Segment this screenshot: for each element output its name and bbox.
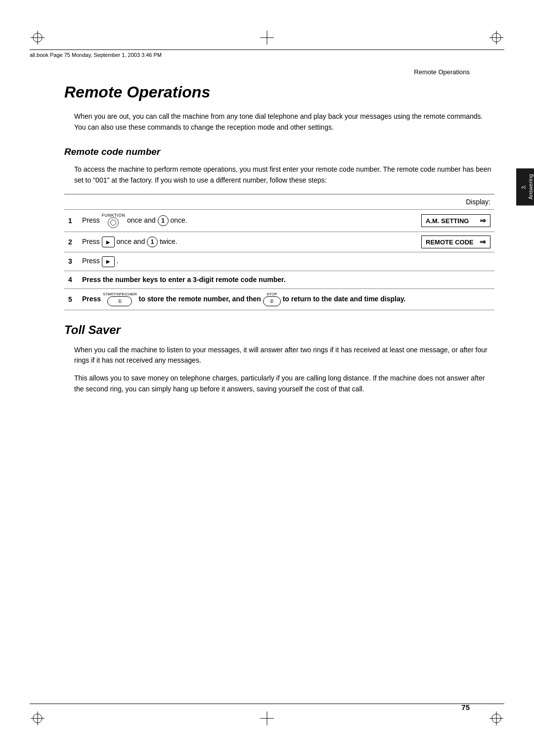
step-1-content: Press FUNKTION once and 1 once. [78,209,326,232]
display-arrow-2: ⇒ [480,237,486,246]
header-line: all.book Page 75 Monday, September 1, 20… [30,49,504,58]
display-text-2: REMOTE CODE [426,238,474,246]
step-5-content: Press START/SPEICHER ① to store the remo… [78,288,494,310]
toll-saver-heading: Toll Saver [64,323,494,337]
chapter-tab: 3. Answering Machine [516,168,534,205]
step-row-5: 5 Press START/SPEICHER ① to store the re… [64,288,494,310]
step-3-content: Press ► . [78,252,494,271]
step-num-2: 2 [64,232,78,252]
number-1-button: 1 [158,215,169,226]
remote-code-intro: To access the machine to perform remote … [74,164,494,186]
display-box-1: A.M. SETTING ⇒ [421,214,490,227]
main-heading: Remote Operations [64,83,494,101]
display-header-row: Display: [64,194,494,209]
step-1-display: A.M. SETTING ⇒ [326,209,494,232]
reg-mark-top-left [31,31,44,45]
toll-saver-para-1: When you call the machine to listen to y… [74,345,494,366]
step-num-3: 3 [64,252,78,271]
steps-table: Display: 1 Press FUNKTION once and 1 onc… [64,194,494,310]
toll-saver-para-2: This allows you to save money on telepho… [74,373,494,394]
reg-mark-bottom-left [31,711,44,725]
reg-mark-top-right [490,31,503,45]
reg-mark-bottom-mid [260,711,274,725]
step-num-5: 5 [64,288,78,310]
step-2-display: REMOTE CODE ⇒ [326,232,494,252]
display-box-2: REMOTE CODE ⇒ [421,236,490,248]
step-4-content: Press the number keys to enter a 3-digit… [78,271,494,288]
nav-button-3: ► [102,256,115,267]
display-header: Display: [326,194,494,209]
intro-paragraph: When you are out, you can call the machi… [74,111,494,133]
empty-cell [64,194,326,209]
book-info: all.book Page 75 Monday, September 1, 20… [30,52,162,58]
nav-button-2: ► [102,236,115,247]
section-title: Remote Operations [414,68,470,76]
reg-mark-top-mid [260,31,274,45]
remote-code-heading: Remote code number [64,146,494,157]
step-row-3: 3 Press ► . [64,252,494,271]
step-row-2: 2 Press ► once and 1 twice. REMOTE CODE … [64,232,494,252]
chapter-tab-number: 3. [520,185,527,189]
step-2-content: Press ► once and 1 twice. [78,232,326,252]
step-row-4: 4 Press the number keys to enter a 3-dig… [64,271,494,288]
display-text-1: A.M. SETTING [426,217,469,225]
page-number: 75 [461,703,470,711]
funktion-button: FUNKTION [102,213,125,229]
reg-mark-bottom-right [490,711,503,725]
step-num-4: 4 [64,271,78,288]
display-arrow-1: ⇒ [480,216,486,225]
number-1-button-2: 1 [147,236,158,247]
main-content: Remote Operations When you are out, you … [64,78,494,697]
start-button: START/SPEICHER ① [103,292,137,306]
chapter-tab-line1: Answering [527,174,534,199]
stop-button: STOP ② [263,292,281,306]
step-row-1: 1 Press FUNKTION once and 1 once. A.M. S… [64,209,494,232]
bottom-line [30,704,504,704]
step-num-1: 1 [64,209,78,232]
